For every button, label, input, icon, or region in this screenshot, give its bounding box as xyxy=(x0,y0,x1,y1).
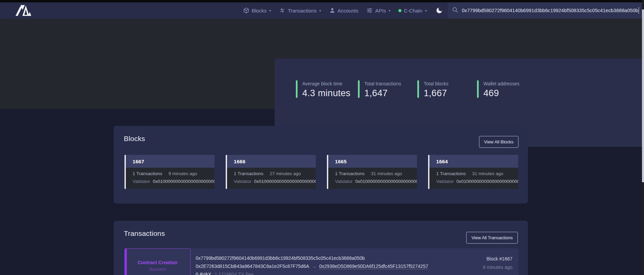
nav-label-apis: APIs xyxy=(375,8,386,13)
transaction-type: Contract Creation xyxy=(125,260,190,265)
block-accent-bar xyxy=(428,155,429,189)
block-tx-count: 1 Transactions xyxy=(234,171,263,176)
validator-label: Validator xyxy=(133,179,150,184)
moon-icon xyxy=(436,7,443,14)
nav-item-blocks[interactable]: Blocks ▾ xyxy=(243,7,271,13)
block-number[interactable]: 1665 xyxy=(335,159,347,164)
navbar: Blocks ▾ Transactions ▾ xyxy=(0,2,644,19)
nav-item-apis[interactable]: APIs ▾ xyxy=(366,7,390,13)
top-strip xyxy=(0,0,644,2)
stat-value: 4.3 minutes xyxy=(302,88,351,99)
block-card[interactable]: 1664 1 Transactions 31 minutes ago Valid… xyxy=(428,155,518,189)
hero-section: Average block time 4.3 minutes Total tra… xyxy=(0,19,644,109)
validator-address[interactable]: 0x0100000000000000000000000... xyxy=(254,179,316,184)
validator-address[interactable]: 0x0100000000000000000000000... xyxy=(153,179,215,184)
block-tx-count: 1 Transactions xyxy=(133,171,162,176)
block-time-ago: 31 minutes ago xyxy=(472,171,503,176)
stat-label: Total transactions xyxy=(364,80,401,86)
nav-item-c-chain[interactable]: C-Chain ▾ xyxy=(398,8,427,13)
from-address-link[interactable]: 0x2E7263d815CbB43a9647843C8a1e2F5c87F75d… xyxy=(196,264,309,269)
scrollbar-thumb[interactable] xyxy=(642,9,644,182)
page: Blocks ▾ Transactions ▾ xyxy=(0,0,644,275)
view-all-blocks-button[interactable]: View All Blocks xyxy=(479,136,519,148)
to-address-link[interactable]: 0x2938eD5D869e50DA6f125dfc45F13157f52742… xyxy=(319,264,428,269)
block-number[interactable]: 1667 xyxy=(133,159,144,164)
transaction-details: 0x7799bd580272f9604140b6991d3bb6c19924bf… xyxy=(196,254,428,275)
block-number[interactable]: 1664 xyxy=(436,159,448,164)
block-accent-bar xyxy=(124,155,126,189)
chevron-down-icon: ▾ xyxy=(319,9,321,12)
nav-label-accounts: Accounts xyxy=(338,8,359,13)
validator-address[interactable]: 0x0100000000000000000000000... xyxy=(355,179,417,184)
transactions-section-title: Transactions xyxy=(124,229,165,238)
transaction-amount: 0 AVAX xyxy=(196,272,211,275)
stat-total-transactions: Total transactions 1,647 xyxy=(358,80,401,99)
chevron-down-icon: ▾ xyxy=(269,9,271,12)
transaction-time-ago: 9 minutes ago xyxy=(483,265,512,270)
nav-item-transactions[interactable]: Transactions ▾ xyxy=(279,7,321,13)
block-tx-count: 1 Transactions xyxy=(436,171,466,176)
stat-wallet-addresses: Wallet addresses 469 xyxy=(477,80,520,99)
block-accent-bar xyxy=(226,155,227,189)
stat-label: Wallet addresses xyxy=(483,80,520,86)
validator-address[interactable]: 0x0100000000000000000000000... xyxy=(456,179,518,184)
transaction-accent-bar xyxy=(125,249,127,275)
stat-total-blocks: Total blocks 1,667 xyxy=(417,80,448,99)
transaction-status-box: Contract Creation Success xyxy=(124,248,191,275)
block-tx-count: 1 Transactions xyxy=(335,171,365,176)
search-bar[interactable]: 0x7799bd580272f9604140b6991d3bb6c19924bf… xyxy=(448,2,644,19)
stat-value: 1,667 xyxy=(424,88,448,99)
view-all-transactions-button[interactable]: View All Transactions xyxy=(466,232,518,244)
chevron-down-icon: ▾ xyxy=(425,9,427,12)
sliders-icon xyxy=(366,7,373,13)
search-input[interactable]: 0x7799bd580272f9604140b6991d3bb6c19924bf… xyxy=(462,8,638,13)
transfer-arrows-icon xyxy=(279,7,285,13)
transactions-section: Transactions View All Transactions Contr… xyxy=(114,221,528,275)
transaction-status: Success xyxy=(125,267,190,272)
chevron-down-icon: ▾ xyxy=(389,9,390,12)
cube-icon xyxy=(243,7,249,13)
blocks-section: Blocks View All Blocks 1667 1 Transactio… xyxy=(114,126,528,203)
stat-label: Total blocks xyxy=(424,80,448,86)
block-card[interactable]: 1666 1 Transactions 27 minutes ago Valid… xyxy=(226,155,316,189)
blocks-section-title: Blocks xyxy=(124,135,145,143)
block-accent-bar xyxy=(327,155,328,189)
theme-toggle[interactable] xyxy=(436,7,443,14)
block-time-ago: 9 minutes ago xyxy=(169,171,197,176)
stat-value: 1,647 xyxy=(364,88,401,99)
block-card[interactable]: 1667 1 Transactions 9 minutes ago Valida… xyxy=(124,155,215,189)
block-number[interactable]: 1666 xyxy=(234,159,246,164)
transaction-row[interactable]: Contract Creation Success 0x7799bd580272… xyxy=(124,248,519,275)
nav-item-accounts[interactable]: Accounts xyxy=(329,7,359,13)
validator-label: Validator xyxy=(335,179,353,184)
transaction-fee: 1.1718604 TX Fee xyxy=(215,272,254,275)
stat-value: 469 xyxy=(483,88,520,99)
avalanche-logo-icon[interactable] xyxy=(13,5,34,16)
nav-label-transactions: Transactions xyxy=(288,8,316,13)
stat-average-block-time: Average block time 4.3 minutes xyxy=(296,80,351,99)
person-icon xyxy=(329,7,335,13)
block-card-row: 1667 1 Transactions 9 minutes ago Valida… xyxy=(124,155,518,189)
transaction-block-link[interactable]: Block #1667 xyxy=(483,256,512,262)
search-icon xyxy=(452,6,458,15)
validator-label: Validator xyxy=(436,179,454,184)
transaction-hash-link[interactable]: 0x7799bd580272f9604140b6991d3bb6c19924bf… xyxy=(196,254,428,262)
stat-label: Average block time xyxy=(302,80,351,86)
text-cursor xyxy=(639,7,639,14)
block-time-ago: 31 minutes ago xyxy=(371,171,402,176)
validator-label: Validator xyxy=(234,179,251,184)
chain-status-dot-icon xyxy=(398,9,401,12)
nav-label-blocks: Blocks xyxy=(252,8,267,13)
scrollbar[interactable] xyxy=(642,0,644,275)
nav-menu: Blocks ▾ Transactions ▾ xyxy=(243,2,443,19)
block-time-ago: 27 minutes ago xyxy=(270,171,301,176)
block-card[interactable]: 1665 1 Transactions 31 minutes ago Valid… xyxy=(327,155,417,189)
nav-label-c-chain: C-Chain xyxy=(404,8,422,13)
arrow-right-icon: → xyxy=(312,264,316,269)
